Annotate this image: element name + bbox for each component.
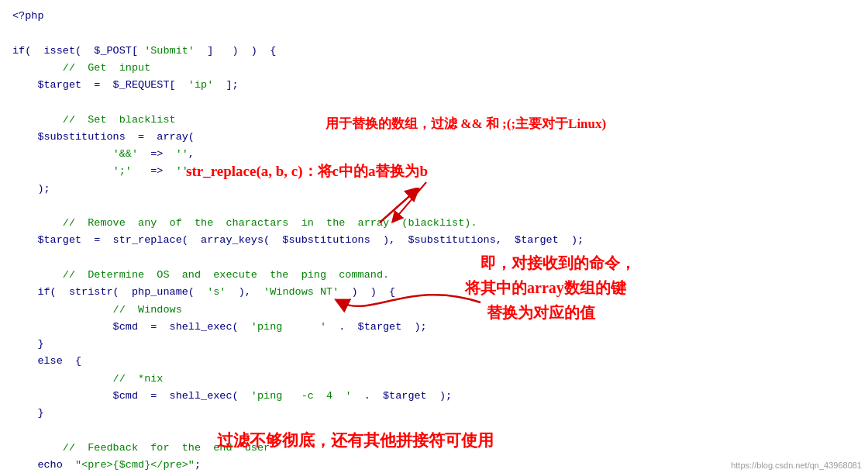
- code-line-12: // Remove any of the charactars in the a…: [12, 215, 856, 232]
- code-line-18: }: [12, 336, 856, 353]
- code-line-11: );: [12, 181, 856, 198]
- watermark: https://blog.csdn.net/qn_43968081: [731, 461, 862, 470]
- code-line-22: }: [12, 405, 856, 422]
- code-line-3: if( isset( $_POST[ 'Submit' ] ) ) {: [12, 43, 856, 60]
- code-line-blank3: [12, 250, 856, 267]
- code-line-9: '&&' => '',: [12, 146, 856, 163]
- code-line-blank4: [12, 422, 856, 439]
- code-container: <?php if( isset( $_POST[ 'Submit' ] ) ) …: [0, 0, 868, 473]
- code-line-20: // *nix: [12, 371, 856, 388]
- code-line-10: ';' => '',: [12, 163, 856, 180]
- code-line-7: // Set blacklist: [12, 112, 856, 129]
- code-line-2: [12, 25, 856, 42]
- code-line-14: // Determine OS and execute the ping com…: [12, 267, 856, 284]
- code-line-6: [12, 94, 856, 111]
- code-line-1: <?php: [12, 8, 856, 25]
- code-line-19: else {: [12, 353, 856, 370]
- code-line-4: // Get input: [12, 60, 856, 77]
- code-line-8: $substitutions = array(: [12, 129, 856, 146]
- code-line-16: // Windows: [12, 302, 856, 319]
- code-line-17: $cmd = shell_exec( 'ping ' . $target );: [12, 319, 856, 336]
- code-line-5: $target = $_REQUEST[ 'ip' ];: [12, 77, 856, 94]
- code-line-blank2: [12, 198, 856, 215]
- code-line-13: $target = str_replace( array_keys( $subs…: [12, 232, 856, 249]
- code-line-15: if( stristr( php_uname( 's' ), 'Windows …: [12, 284, 856, 301]
- code-line-21: $cmd = shell_exec( 'ping -c 4 ' . $targe…: [12, 388, 856, 405]
- code-line-23: // Feedback for the end user: [12, 440, 856, 457]
- code-line-24: echo "<pre>{$cmd}</pre>";: [12, 457, 856, 473]
